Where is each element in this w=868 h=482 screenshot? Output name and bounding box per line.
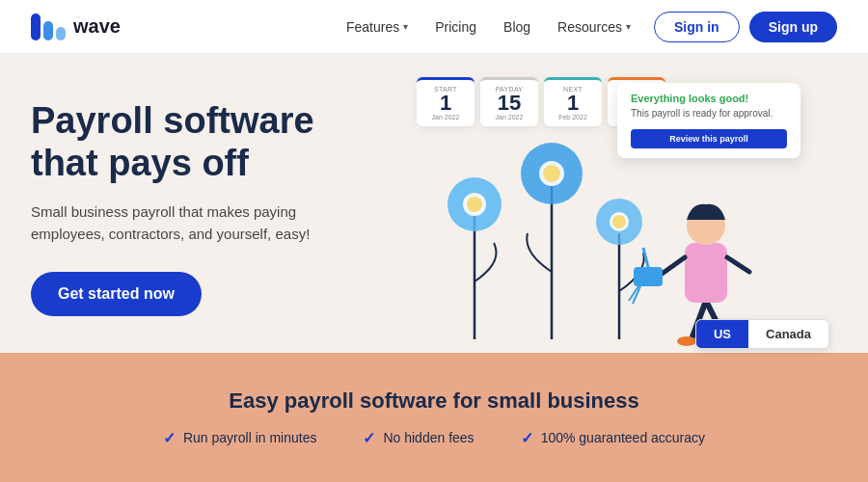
region-canada-button[interactable]: Canada [748, 320, 828, 348]
nav-pricing[interactable]: Pricing [435, 19, 476, 35]
nav-blog[interactable]: Blog [503, 19, 530, 35]
signin-button[interactable]: Sign in [654, 12, 740, 42]
lower-section: Easy payroll software for small business… [0, 353, 868, 482]
svg-line-26 [727, 257, 749, 272]
wave-logo-icon [31, 13, 66, 40]
features-row: ✓ Run payroll in minutes ✓ No hidden fee… [163, 429, 705, 447]
hero-text: Payroll software that pays off Small bus… [31, 91, 359, 316]
feature-label-2: 100% guaranteed accuracy [541, 430, 705, 445]
svg-point-17 [677, 336, 696, 346]
region-us-button[interactable]: US [696, 320, 748, 348]
navbar: wave Features ▾ Pricing Blog Resources ▾… [0, 0, 868, 54]
chevron-down-icon: ▾ [626, 21, 631, 32]
nav-features[interactable]: Features ▾ [346, 19, 408, 35]
svg-rect-1 [43, 21, 53, 40]
nav-resources[interactable]: Resources ▾ [557, 19, 631, 35]
chevron-down-icon: ▾ [403, 21, 408, 32]
svg-point-14 [612, 215, 626, 228]
checkmark-icon-0: ✓ [163, 429, 176, 447]
feature-item-0: ✓ Run payroll in minutes [163, 429, 317, 447]
svg-rect-22 [634, 267, 663, 286]
checkmark-icon-1: ✓ [363, 429, 375, 447]
notif-title: Everything looks good! [631, 93, 787, 104]
feature-item-2: ✓ 100% guaranteed accuracy [521, 429, 705, 447]
lower-title: Easy payroll software for small business [229, 388, 639, 414]
hero-subtitle: Small business payroll that makes paying… [31, 201, 330, 245]
svg-rect-2 [56, 27, 66, 40]
feature-item-1: ✓ No hidden fees [363, 429, 474, 447]
cta-button[interactable]: Get started now [31, 272, 202, 316]
svg-point-11 [543, 165, 560, 182]
feature-label-0: Run payroll in minutes [183, 430, 317, 445]
svg-rect-19 [685, 243, 727, 303]
hero-title: Payroll software that pays off [31, 100, 359, 184]
flowers-illustration [378, 118, 829, 353]
hero-illustration: Start 1 Jan 2022 Payday 15 Jan 2022 Next… [359, 54, 829, 353]
region-toggle: US Canada [695, 319, 829, 349]
svg-point-8 [467, 197, 482, 212]
nav-links: Features ▾ Pricing Blog Resources ▾ [346, 19, 631, 35]
checkmark-icon-2: ✓ [521, 429, 533, 447]
logo[interactable]: wave [31, 13, 121, 40]
nav-buttons: Sign in Sign up [654, 12, 837, 42]
brand-name: wave [73, 15, 121, 38]
feature-label-1: No hidden fees [383, 430, 474, 445]
svg-rect-0 [31, 13, 41, 40]
signup-button[interactable]: Sign up [749, 12, 837, 42]
hero-section: Payroll software that pays off Small bus… [0, 54, 868, 353]
